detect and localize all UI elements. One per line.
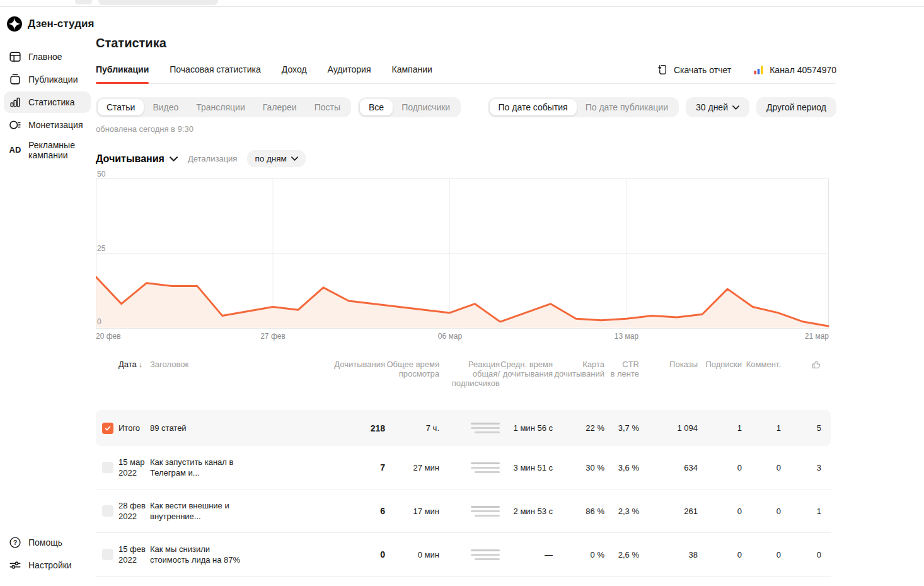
sidebar-item-label: Статистика: [28, 97, 75, 107]
tab-publications[interactable]: Публикации: [96, 59, 149, 83]
y-axis-tick: 50: [97, 170, 105, 179]
filter-subscribers[interactable]: Подписчики: [393, 99, 459, 115]
row-likes: 3: [781, 463, 821, 472]
reads-chart-plot[interactable]: [96, 179, 829, 329]
download-report-button[interactable]: Скачать отчет: [657, 64, 731, 76]
row-subscriptions: 0: [698, 550, 742, 560]
row-likes: 1: [781, 507, 821, 516]
row-ctr: 2,6 %: [604, 550, 639, 560]
row-title[interactable]: Как запустить канал вТелеграм и...: [150, 457, 325, 478]
row-read-map: 86 %: [553, 507, 604, 516]
total-label: Итого: [118, 423, 150, 433]
svg-text:?: ?: [13, 539, 17, 546]
column-subscriptions[interactable]: Подписки: [698, 360, 742, 369]
period-dropdown[interactable]: 30 дней: [686, 97, 749, 117]
sidebar-item-help[interactable]: ? Помощь: [4, 532, 91, 553]
y-axis-tick: 0: [97, 318, 101, 326]
sidebar-item-publications[interactable]: Публикации: [4, 69, 91, 90]
row-avg-time: 2 мин 53 с: [500, 507, 553, 516]
download-icon: [657, 64, 669, 76]
reaction-bars: [439, 462, 500, 473]
tab-campaigns[interactable]: Кампании: [392, 59, 432, 83]
settings-icon: [8, 558, 23, 573]
row-reaction: [439, 462, 500, 473]
column-reads[interactable]: Дочитывания: [325, 360, 385, 369]
row-title[interactable]: Как мы снизилистоимость лида на 87%: [150, 544, 325, 565]
filter-by-publication-date[interactable]: По дате публикации: [577, 99, 677, 115]
row-comments: 0: [742, 507, 781, 516]
total-impressions: 1 094: [639, 423, 698, 433]
column-date[interactable]: Дата↓: [118, 360, 150, 369]
column-reaction[interactable]: Реакция общая/подписчиков: [439, 360, 500, 388]
chevron-down-icon: [732, 105, 739, 110]
total-subscriptions: 1: [698, 423, 742, 433]
app-logo[interactable]: Дзен-студия: [0, 7, 95, 32]
filter-by-event-date[interactable]: По дате события: [490, 99, 577, 115]
row-ctr: 2,3 %: [604, 507, 639, 516]
row-impressions: 634: [639, 463, 698, 472]
row-checkbox[interactable]: [102, 505, 113, 517]
x-axis-tick: 27 фев: [260, 332, 286, 341]
filter-articles[interactable]: Статьи: [98, 99, 144, 115]
filter-streams[interactable]: Трансляции: [187, 99, 253, 115]
app-title: Дзен-студия: [28, 18, 95, 30]
filter-all[interactable]: Все: [360, 99, 393, 115]
filter-posts[interactable]: Посты: [306, 99, 349, 115]
sidebar-item-label: Публикации: [28, 74, 78, 85]
row-reads: 0: [325, 549, 385, 560]
row-reaction: [439, 506, 500, 517]
sidebar-item-monetization[interactable]: Монетизация: [4, 114, 91, 136]
column-impressions[interactable]: Показы: [639, 360, 698, 369]
custom-period-button[interactable]: Другой период: [756, 97, 836, 117]
sidebar-item-label: Помощь: [28, 537, 62, 548]
row-checkbox[interactable]: [102, 549, 113, 560]
sort-desc-icon: ↓: [139, 360, 143, 369]
column-watch-time[interactable]: Общее времяпросмотра: [385, 360, 439, 378]
channel-selector[interactable]: Канал 40574970: [753, 64, 836, 76]
detail-value: по дням: [255, 154, 287, 163]
sidebar-item-main[interactable]: Главное: [4, 46, 91, 67]
metric-dropdown[interactable]: Дочитывания: [96, 153, 178, 165]
publications-table: Дата↓ Заголовок Дочитывания Общее времяп…: [96, 360, 831, 577]
reads-chart: 50 25 0 20 фев 27 фев 06 мар 13 мар 21 м…: [96, 171, 829, 343]
tab-income[interactable]: Доход: [282, 59, 307, 83]
column-read-map[interactable]: Картадочитываний: [553, 360, 604, 378]
sidebar-item-label: Настройки: [28, 560, 72, 570]
tab-audience[interactable]: Аудитория: [328, 59, 371, 83]
filter-galleries[interactable]: Галереи: [254, 99, 306, 115]
total-checkbox[interactable]: [102, 423, 113, 434]
filter-videos[interactable]: Видео: [144, 99, 187, 115]
row-date: 15 фев2022: [118, 544, 150, 565]
column-avg-time[interactable]: Средн. времядочитывания: [500, 360, 553, 378]
chevron-down-icon: [291, 156, 298, 161]
content-type-segmented: Статьи Видео Трансляции Галереи Посты: [96, 97, 351, 117]
row-date: 28 фев2022: [118, 500, 150, 522]
metric-value: Дочитывания: [96, 153, 165, 165]
total-likes: 5: [781, 423, 821, 433]
column-likes[interactable]: [781, 360, 821, 370]
thumbs-up-icon: [811, 360, 821, 370]
detail-dropdown[interactable]: по дням: [247, 150, 306, 167]
browser-chrome-remnant: [0, 0, 924, 7]
help-icon: ?: [8, 535, 23, 550]
sidebar-item-settings[interactable]: Настройки: [4, 554, 91, 576]
row-likes: 0: [781, 550, 821, 560]
publications-icon: [8, 72, 23, 87]
tab-hourly-stats[interactable]: Почасовая статистика: [170, 59, 261, 83]
tabs-bar: Публикации Почасовая статистика Доход Ау…: [96, 59, 836, 84]
sidebar-item-ad-campaigns[interactable]: AD Рекламные кампании: [4, 137, 91, 163]
statistics-icon: [8, 95, 23, 110]
row-title[interactable]: Как вести внешние ивнутренние...: [150, 500, 325, 522]
channel-label: Канал 40574970: [770, 65, 836, 75]
row-read-map: 0 %: [553, 550, 604, 560]
header-actions: Скачать отчет Канал 40574970: [657, 64, 836, 83]
sidebar-item-statistics[interactable]: Статистика: [4, 91, 91, 113]
row-reads: 6: [325, 506, 385, 516]
column-ctr[interactable]: CTRв ленте: [604, 360, 639, 378]
channel-bars-icon: [753, 64, 765, 76]
column-comments[interactable]: Коммент.: [742, 360, 781, 369]
row-checkbox[interactable]: [102, 462, 113, 473]
row-watch-time: 27 мин: [385, 463, 439, 472]
sidebar: Дзен-студия Главное Публикации: [0, 7, 95, 586]
sidebar-nav: Главное Публикации Статистика: [0, 46, 95, 163]
